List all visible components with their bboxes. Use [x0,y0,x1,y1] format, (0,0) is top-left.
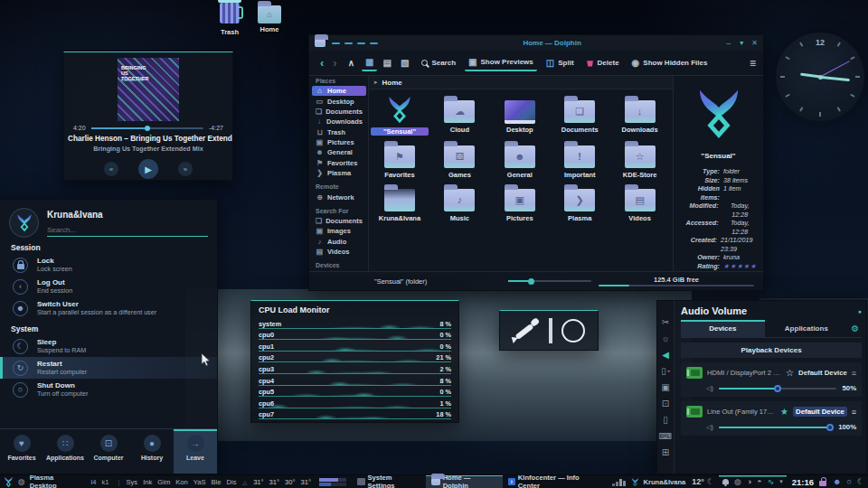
launcher-phoenix-button[interactable] [3,476,14,488]
mini-task-ble[interactable]: Ble [212,478,222,486]
place-general[interactable]: ☻General [312,147,366,157]
device-home[interactable]: ⊡Home [312,270,366,271]
breadcrumb-path[interactable]: Home [382,79,402,87]
maximize-button[interactable]: ▾ [740,39,743,47]
file-kde-store[interactable]: ☆KDE-Store [611,138,669,179]
back-button[interactable]: ‹ [316,56,327,70]
place-downloads[interactable]: ↓Downloads [312,117,366,127]
file-downloads[interactable]: ↓Downloads [611,93,669,136]
screen-layout-icon[interactable]: ⊞ [657,444,674,460]
search-documents[interactable]: ❏Documents [312,216,366,226]
pin-icon[interactable]: ● [858,308,862,314]
previous-track-button[interactable]: « [104,162,118,176]
weather-moon-icon[interactable]: ☾ [707,477,714,486]
split-button[interactable]: ◫Split [542,56,578,70]
shutdown-icon[interactable]: ○ [846,477,851,486]
mini-task-gim[interactable]: Gim [157,478,170,486]
mini-task-ink[interactable]: Ink [143,478,152,486]
file-cloud[interactable]: ☁Cloud [430,93,488,136]
volume-speaker-icon[interactable]: ◀ [657,346,674,362]
tab-devices[interactable]: Devices [681,320,765,337]
tab-applications[interactable]: ∷ Applications [43,429,87,474]
search-images[interactable]: ▣Images [312,226,366,236]
file-pictures[interactable]: ▣Pictures [491,182,549,222]
tab-leave[interactable]: → Leave [174,429,217,474]
forward-button[interactable]: › [329,56,340,70]
place-pictures[interactable]: ▣Pictures [312,137,366,147]
mini-task-kon[interactable]: Kon [175,478,188,486]
file-favorites[interactable]: ⚑Favorites [371,138,429,179]
desktop-icon-trash[interactable]: Trash [213,3,246,36]
color-preview-circle[interactable] [561,319,585,343]
menu-item-lock[interactable]: LockLock screen [0,254,217,276]
task-system-settings[interactable]: System Settings [352,475,426,488]
default-star-icon[interactable]: ☆ [786,368,794,378]
place-desktop[interactable]: ▭Desktop [312,96,366,106]
desktop-icon-home[interactable]: ⌂ Home [253,5,286,33]
file-videos[interactable]: ▤Videos [611,182,669,222]
delete-button[interactable]: Delete [583,56,623,70]
update-icon[interactable]: ◓ [757,477,761,486]
menu-item-shutdown[interactable]: ○ Shut DownTurn off computer [0,379,217,400]
default-device-label[interactable]: Default Device [793,407,847,417]
mini-task-dis[interactable]: Dis [227,478,237,486]
search-audio[interactable]: ♪Audio [312,237,366,247]
slider-knob[interactable] [774,385,781,392]
search-button[interactable]: Search [418,56,459,70]
task-dolphin[interactable]: Home — Dolphin [426,475,503,488]
show-hidden-button[interactable]: ◉Show Hidden Files [628,56,712,70]
file-music[interactable]: ♪Music [430,182,488,222]
desktop-name-label[interactable]: Plasma Desktop [30,474,82,488]
keyboard-icon[interactable]: ⌨ [657,427,674,444]
eyedropper-icon[interactable] [513,317,540,344]
user-avatar[interactable] [9,208,39,238]
menu-item-sleep[interactable]: ☾ SleepSuspend to RAM [0,335,217,357]
icons-view-button[interactable]: ▦ [362,55,377,71]
media-icon[interactable]: ◑ [747,477,751,486]
expand-chevron-icon[interactable]: ▾ [779,478,783,485]
up-button[interactable]: ∧ [343,58,360,68]
info-row-rating[interactable]: Rating:★★★★★ [679,262,758,271]
night-color-bulb-icon[interactable]: ☼ [657,330,674,346]
play-button[interactable]: ▶ [138,159,158,179]
mini-tasks-expander-icon[interactable]: △ [243,479,248,485]
settings-gear-icon[interactable]: ⚙ [848,324,862,333]
menu-item-switch-user[interactable]: ☻ Switch UserStart a parallel session as… [0,297,217,319]
slider-knob[interactable] [826,424,834,431]
menu-item-logout[interactable]: ‹ Log OutEnd session [0,276,217,297]
default-device-label[interactable]: Default Device [798,369,847,377]
minimize-button[interactable]: – [726,39,731,48]
tab-applications[interactable]: Applications [765,320,849,337]
clipboard-scissors-icon[interactable]: ✂ [657,314,674,330]
taskbar-user-name[interactable]: Kruna&Ivana [643,478,685,486]
place-favorites[interactable]: ⚑Favorites [312,158,366,168]
pager-desktop-2[interactable]: k1 [101,478,108,486]
night-moon-icon[interactable]: ☾ [857,477,864,486]
vaults-lock-icon[interactable]: ▣ [657,379,674,395]
breadcrumb[interactable]: ▸ Home [369,76,673,89]
show-previews-button[interactable]: ▣Show Previews [465,55,537,71]
file-desktop[interactable]: Desktop [491,93,549,136]
zoom-slider[interactable] [508,280,591,282]
dolphin-titlebar[interactable]: Home — Dolphin – ▾ ✕ [309,35,763,51]
file-kruna-ivana[interactable]: Kruna&Ivana [371,182,429,222]
activity-circle-icon[interactable]: ◍ [18,477,25,486]
tab-favorites[interactable]: ♥ Favorites [0,429,43,474]
display-icon[interactable]: ⊡ [657,395,674,411]
task-kinfocenter[interactable]: i KInfocenter — Info Center [503,475,608,488]
next-track-button[interactable]: » [178,162,193,176]
seek-slider[interactable] [91,127,203,129]
file-games[interactable]: ⚄Games [430,138,488,179]
kdeconnect-phone-icon[interactable]: ▯ [657,411,674,427]
hamburger-menu-button[interactable]: ≡ [750,57,756,70]
place-documents[interactable]: ❏Documents [312,107,366,117]
place-home[interactable]: ⌂Home [312,86,366,96]
zoom-slider-handle[interactable] [528,278,534,285]
file-documents[interactable]: ❏Documents [551,93,609,136]
tab-history[interactable]: ● History [130,429,174,474]
seek-handle[interactable] [145,126,150,131]
volume-slider-lineout[interactable] [719,427,833,428]
place-plasma[interactable]: ❯Plasma [312,168,366,178]
menu-item-restart[interactable]: ↻ RestartRestart computer [0,357,217,379]
place-network[interactable]: ⊕Network [312,192,366,202]
